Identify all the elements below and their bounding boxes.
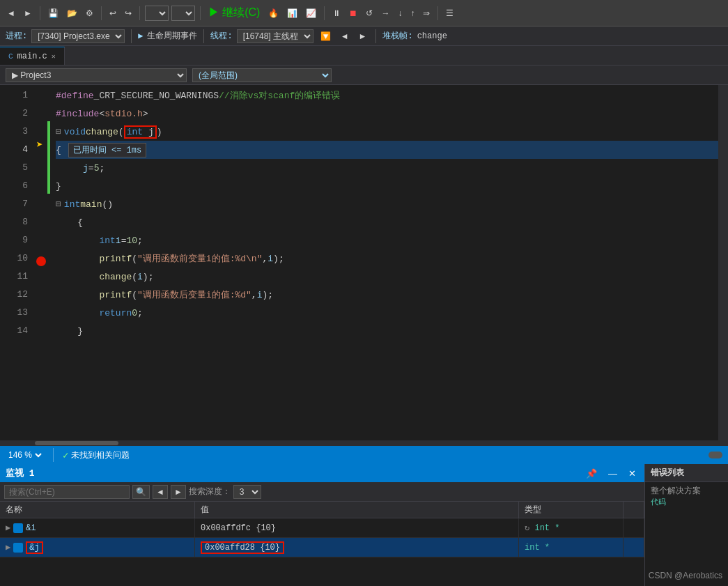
code-token: j: [83, 163, 88, 174]
code-token: );: [262, 290, 273, 300]
debug-separator-1: [131, 29, 132, 43]
scroll-indicator[interactable]: [708, 452, 722, 458]
debug-separator-3: [375, 29, 376, 43]
code-token: return: [99, 308, 132, 318]
code-indent: [56, 326, 77, 337]
tab-label: main.c: [17, 52, 47, 61]
hscroll-thumb[interactable]: [35, 441, 118, 445]
code-line-1: #define _CRT_SECURE_NO_WARNINGS //消除vs对s…: [56, 86, 718, 105]
open-button[interactable]: 📂: [64, 7, 80, 20]
error-panel: 错误列表 整个解决方案 代码: [644, 464, 728, 586]
profile-button[interactable]: 📊: [284, 7, 300, 20]
fold-icon-3[interactable]: ⊟: [56, 126, 61, 137]
scope-dropdown[interactable]: (全局范围): [192, 68, 332, 82]
expand-icon-i[interactable]: ▶: [6, 523, 10, 533]
watch-close-button[interactable]: ✕: [626, 468, 639, 479]
depth-dropdown[interactable]: 3: [233, 485, 261, 499]
depth-label: 搜索深度：: [189, 486, 231, 498]
step-out-button[interactable]: ↑: [408, 7, 417, 20]
time-tooltip: 已用时间 <= 1ms: [68, 143, 146, 157]
code-token: j: [143, 127, 154, 137]
code-token: >: [143, 109, 148, 119]
code-token: change: [86, 127, 118, 137]
file-bar: ▶ Project3 (全局范围): [0, 65, 728, 85]
gutter: ➤: [35, 85, 47, 440]
tab-main-c[interactable]: C main.c ✕: [0, 47, 65, 65]
watch-toolbar: 🔍 ◄ ► 搜索深度： 3: [0, 482, 644, 502]
expand-icon-j[interactable]: ▶: [6, 542, 10, 553]
thread-dropdown[interactable]: [16748] 主线程: [237, 29, 313, 43]
thread-nav2[interactable]: ►: [356, 30, 370, 43]
file-dropdown[interactable]: ▶ Project3: [6, 68, 187, 82]
config-dropdown[interactable]: Debug: [145, 6, 169, 21]
redo-button[interactable]: ↪: [122, 7, 134, 20]
back-button[interactable]: ◄: [4, 7, 18, 20]
step-into-button[interactable]: ↓: [395, 7, 405, 20]
error-code-link[interactable]: 代码: [651, 497, 722, 507]
line-num-7: 7: [0, 195, 28, 213]
editor-hscroll[interactable]: [0, 440, 728, 446]
status-bar: 146 % ✓ 未找到相关问题: [0, 446, 728, 464]
thread-filter-button[interactable]: 🔽: [318, 30, 334, 43]
code-line-9: int i = 10;: [56, 231, 718, 249]
process-label: 进程:: [6, 30, 27, 42]
editor-vscroll[interactable]: [718, 85, 728, 440]
watch-var-icon-i: [13, 523, 23, 533]
line-num-11: 11: [0, 268, 28, 286]
zoom-dropdown[interactable]: 146 %: [6, 449, 44, 461]
stop-button[interactable]: ⏹: [346, 7, 360, 20]
watch-prev-button[interactable]: ◄: [153, 485, 168, 499]
code-token: );: [273, 254, 284, 264]
code-token: 5: [94, 163, 100, 174]
breakpoint-line10[interactable]: [36, 256, 46, 266]
col-header-name: 名称: [0, 502, 195, 518]
line-num-10: 10: [0, 249, 28, 268]
run-cursor-button[interactable]: ⇒: [420, 7, 433, 20]
event-label: ▶: [138, 31, 143, 41]
settings-button[interactable]: ⚙: [83, 7, 96, 20]
debug-arrow: ➤: [36, 138, 43, 152]
watch-column-headers: 名称 值 类型: [0, 502, 644, 518]
toolbar-separator-6: [437, 6, 438, 20]
watch-search-icon-btn[interactable]: 🔍: [132, 485, 150, 499]
code-comment: //消除vs对scanf的编译错误: [219, 89, 340, 102]
code-token: <: [99, 109, 104, 119]
continue-button[interactable]: ▶ 继续(C): [206, 4, 263, 22]
code-area[interactable]: #define _CRT_SECURE_NO_WARNINGS //消除vs对s…: [50, 85, 718, 440]
fold-icon-7[interactable]: ⊟: [56, 199, 61, 210]
error-panel-title: 错误列表: [651, 467, 684, 479]
thread-nav1[interactable]: ◄: [338, 30, 352, 43]
refresh-icon-i[interactable]: ↻: [525, 523, 529, 533]
save-button[interactable]: 💾: [45, 7, 61, 20]
watch-cell-extra-i: [624, 518, 644, 537]
pause-button[interactable]: ⏸: [330, 7, 343, 20]
line-num-13: 13: [0, 304, 28, 322]
watch-cell-value-j: 0x00affd28 {10}: [195, 538, 519, 557]
code-indent: [56, 272, 99, 282]
tab-close-button[interactable]: ✕: [52, 52, 56, 61]
undo-button[interactable]: ↩: [107, 7, 119, 20]
step-over-button[interactable]: →: [378, 7, 392, 20]
fire-button[interactable]: 🔥: [265, 7, 281, 20]
code-line-2: #include<stdio.h>: [56, 105, 718, 123]
code-token: =: [88, 163, 94, 174]
watch-minimize-button[interactable]: —: [605, 468, 620, 479]
watch-header-controls: 📌 — ✕: [583, 468, 639, 479]
restart-button[interactable]: ↺: [363, 7, 375, 20]
perf-button[interactable]: 📈: [303, 7, 319, 20]
process-dropdown[interactable]: [7340] Project3.exe: [31, 29, 125, 43]
watch-var-name-i: &i: [26, 523, 36, 533]
code-line-12: printf("调用函数后变量i的值:%d", i);: [56, 286, 718, 304]
code-token: (: [118, 127, 124, 137]
forward-button[interactable]: ►: [21, 7, 35, 20]
misc-button[interactable]: ☰: [443, 7, 456, 20]
line-num-3: 3: [0, 123, 28, 141]
toolbar-separator-3: [139, 6, 140, 20]
watch-next-button[interactable]: ►: [171, 485, 186, 499]
line-num-4: 4: [0, 141, 28, 159]
thread-label: 线程:: [210, 30, 232, 42]
watch-float-button[interactable]: 📌: [583, 468, 600, 479]
watch-search-input[interactable]: [4, 485, 130, 499]
col-header-type: 类型: [519, 502, 624, 518]
arch-dropdown[interactable]: x86: [171, 6, 195, 21]
